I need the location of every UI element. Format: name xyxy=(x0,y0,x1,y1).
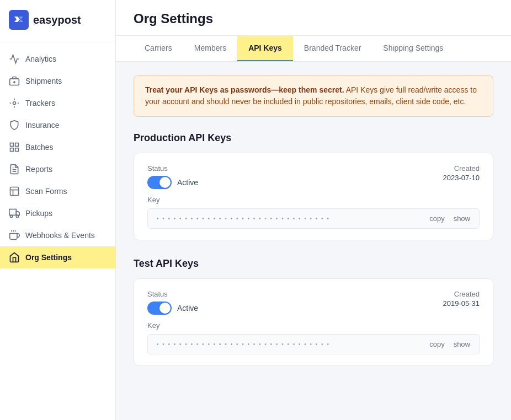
production-show-button[interactable]: show xyxy=(454,214,470,223)
svg-point-17 xyxy=(16,215,18,217)
test-key-actions: copy show xyxy=(429,340,470,348)
svg-rect-14 xyxy=(9,209,16,216)
sidebar-item-pickups[interactable]: Pickups xyxy=(0,202,115,224)
report-icon xyxy=(9,164,20,175)
tab-shipping-settings[interactable]: Shipping Settings xyxy=(372,36,454,61)
sidebar-label-batches: Batches xyxy=(25,143,54,152)
sidebar-item-batches[interactable]: Batches xyxy=(0,136,115,158)
sidebar-label-trackers: Trackers xyxy=(25,99,55,107)
warning-banner: Treat your API Keys as passwords—keep th… xyxy=(134,75,493,117)
sidebar-label-reports: Reports xyxy=(25,165,52,174)
test-created-date: 2019-05-31 xyxy=(443,299,480,308)
scanform-icon xyxy=(9,186,20,197)
tab-branded-tracker[interactable]: Branded Tracker xyxy=(293,36,372,61)
production-key-dots: • • • • • • • • • • • • • • • • • • • • … xyxy=(157,216,429,222)
production-created-date: 2023-07-10 xyxy=(443,174,480,182)
tab-members[interactable]: Members xyxy=(183,36,237,61)
logo: easypost xyxy=(0,0,115,41)
production-key-label: Key xyxy=(147,196,480,204)
production-created-label: Created xyxy=(454,164,480,173)
production-key-field: • • • • • • • • • • • • • • • • • • • • … xyxy=(147,208,480,229)
grid-icon xyxy=(9,142,20,153)
test-toggle-row: Active xyxy=(147,301,198,315)
sidebar-label-pickups: Pickups xyxy=(25,209,52,218)
main-content: Org Settings Carriers Members API Keys B… xyxy=(116,0,511,420)
sidebar-label-insurance: Insurance xyxy=(25,121,59,130)
production-api-card: Status Active Created 2023-07-10 Key • •… xyxy=(134,153,493,240)
sidebar-label-scan-forms: Scan Forms xyxy=(25,187,67,196)
production-status-label: Status xyxy=(147,164,198,173)
test-key-dots: • • • • • • • • • • • • • • • • • • • • … xyxy=(157,341,429,347)
sidebar-label-analytics: Analytics xyxy=(25,55,56,63)
sidebar-label-webhooks: Webhooks & Events xyxy=(25,231,95,240)
test-api-card: Status Active Created 2019-05-31 Key • •… xyxy=(134,278,493,366)
production-status-block: Status Active xyxy=(147,164,198,189)
test-active-label: Active xyxy=(177,304,198,313)
sidebar-navigation: Analytics Shipments Trackers Insurance B… xyxy=(0,41,115,275)
test-created-label: Created xyxy=(454,290,480,298)
sidebar-item-trackers[interactable]: Trackers xyxy=(0,92,115,114)
sidebar-item-insurance[interactable]: Insurance xyxy=(0,114,115,136)
truck-icon xyxy=(9,208,20,219)
test-status-created-row: Status Active Created 2019-05-31 xyxy=(147,290,480,315)
test-status-block: Status Active xyxy=(147,290,198,315)
page-header: Org Settings xyxy=(116,0,511,36)
test-toggle[interactable] xyxy=(147,301,172,315)
sidebar-item-webhooks[interactable]: Webhooks & Events xyxy=(0,224,115,246)
sidebar-item-scan-forms[interactable]: Scan Forms xyxy=(0,180,115,202)
sidebar-item-reports[interactable]: Reports xyxy=(0,158,115,180)
chart-icon xyxy=(9,53,20,64)
production-toggle[interactable] xyxy=(147,176,172,189)
easypost-logo-icon xyxy=(9,10,29,30)
svg-rect-8 xyxy=(15,148,19,152)
test-copy-button[interactable]: copy xyxy=(429,340,444,348)
webhook-icon xyxy=(9,230,20,241)
production-status-created-row: Status Active Created 2023-07-10 xyxy=(147,164,480,189)
page-title: Org Settings xyxy=(134,11,493,26)
svg-point-4 xyxy=(13,102,16,105)
svg-rect-5 xyxy=(10,143,14,147)
sidebar-item-shipments[interactable]: Shipments xyxy=(0,70,115,92)
sidebar-item-org-settings[interactable]: Org Settings xyxy=(0,246,115,268)
tabs-bar: Carriers Members API Keys Branded Tracke… xyxy=(116,36,511,62)
location-icon xyxy=(9,98,20,109)
sidebar: easypost Analytics Shipments Trackers In… xyxy=(0,0,116,420)
test-show-button[interactable]: show xyxy=(454,340,470,348)
sidebar-label-shipments: Shipments xyxy=(25,77,62,85)
production-toggle-knob xyxy=(159,177,171,188)
production-toggle-row: Active xyxy=(147,176,198,189)
warning-bold-text: Treat your API Keys as passwords—keep th… xyxy=(145,85,344,94)
production-active-label: Active xyxy=(177,178,198,187)
test-section-title: Test API Keys xyxy=(134,258,493,270)
sidebar-item-analytics[interactable]: Analytics xyxy=(0,48,115,70)
svg-marker-15 xyxy=(16,212,19,216)
test-status-label: Status xyxy=(147,290,198,298)
logo-text: easypost xyxy=(33,14,81,26)
org-icon xyxy=(9,252,20,263)
svg-point-16 xyxy=(10,215,13,217)
tab-api-keys[interactable]: API Keys xyxy=(237,36,293,61)
test-key-label: Key xyxy=(147,321,480,330)
production-copy-button[interactable]: copy xyxy=(429,214,444,223)
tab-carriers[interactable]: Carriers xyxy=(134,36,183,61)
svg-rect-7 xyxy=(10,148,14,152)
content-area: Treat your API Keys as passwords—keep th… xyxy=(116,62,511,420)
box-icon xyxy=(9,76,20,87)
production-key-actions: copy show xyxy=(429,214,470,223)
svg-rect-11 xyxy=(10,187,19,196)
sidebar-label-org-settings: Org Settings xyxy=(25,253,72,262)
shield-icon xyxy=(9,120,20,131)
svg-rect-6 xyxy=(15,143,19,147)
test-created-block: Created 2019-05-31 xyxy=(443,290,480,308)
test-toggle-knob xyxy=(159,303,171,314)
production-section-title: Production API Keys xyxy=(134,132,493,144)
production-created-block: Created 2023-07-10 xyxy=(443,164,480,182)
test-key-field: • • • • • • • • • • • • • • • • • • • • … xyxy=(147,334,480,354)
